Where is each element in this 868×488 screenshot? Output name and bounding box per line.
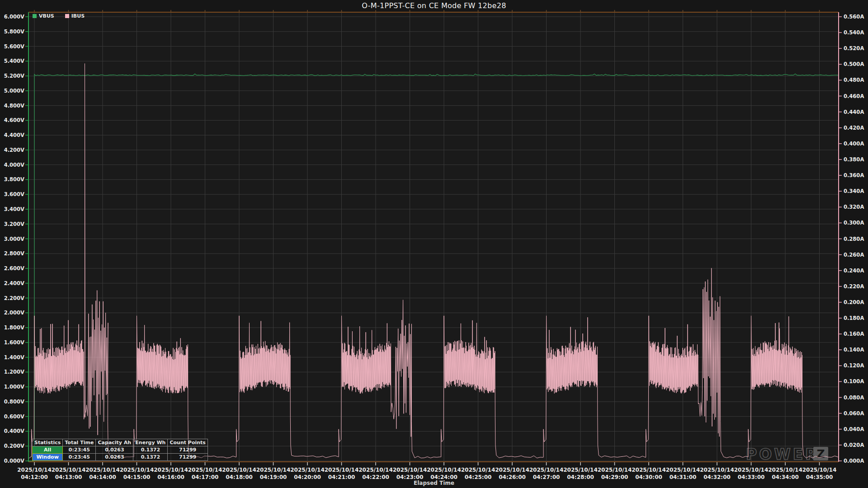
x-tick-time: 04:16:00: [157, 474, 184, 480]
x-tick-time: 04:31:00: [670, 474, 697, 480]
y-left-tick-label: 4.000V: [4, 162, 24, 168]
y-left-tick-label: 4.600V: [4, 117, 24, 123]
y-left-tick-label: 5.000V: [4, 88, 24, 94]
y-left-tick-label: 5.400V: [4, 58, 24, 64]
x-tick-time: 04:20:00: [294, 474, 321, 480]
y-right-tick-label: 0.520A: [844, 45, 864, 52]
y-right-tick-label: 0.100A: [844, 378, 864, 385]
watermark-z: Z: [816, 447, 825, 460]
x-tick-time: 04:17:00: [192, 474, 219, 480]
x-tick-date: 2025/10/14: [427, 467, 461, 473]
x-tick-date: 2025/10/14: [666, 467, 700, 473]
y-right-tick-label: 0.480A: [844, 77, 864, 83]
stats-header-total-time: Total Time: [63, 439, 96, 446]
x-tick-time: 04:34:00: [772, 474, 799, 480]
x-tick-date: 2025/10/14: [700, 467, 734, 473]
y-left-tick-label: 5.600V: [4, 43, 24, 50]
y-right-tick-label: 0.240A: [844, 267, 864, 274]
x-tick-date: 2025/10/14: [632, 467, 666, 473]
y-right-tick-label: 0.380A: [844, 156, 864, 163]
x-tick-time: 04:33:00: [738, 474, 765, 480]
y-right-tick-label: 0.360A: [844, 172, 864, 178]
right-axis-ticks: 0.560A0.540A0.520A0.500A0.480A0.460A0.44…: [839, 14, 864, 464]
stats-header-capacity: Capacity Ah: [96, 439, 133, 446]
x-tick-date: 2025/10/14: [154, 467, 188, 473]
x-tick-time: 04:32:00: [703, 474, 731, 480]
vbus-legend-label: VBUS: [39, 13, 54, 19]
chart-canvas[interactable]: POWER-Z6.000V5.800V5.600V5.400V5.200V5.0…: [0, 0, 868, 488]
x-tick-date: 2025/10/14: [17, 467, 52, 473]
x-tick-time: 04:12:00: [21, 474, 48, 480]
stats-all-capacity: 0.0263: [96, 446, 133, 454]
y-left-tick-label: 2.000V: [4, 310, 24, 316]
x-tick-time: 04:13:00: [55, 474, 82, 480]
y-right-tick-label: 0.140A: [844, 347, 864, 353]
x-tick-time: 04:35:00: [806, 474, 833, 480]
y-right-tick-label: 0.020A: [844, 442, 864, 448]
y-right-tick-label: 0.060A: [844, 410, 864, 417]
y-left-tick-label: 2.600V: [4, 265, 24, 272]
y-right-tick-label: 0.400A: [844, 141, 864, 147]
stats-window-count: 71299: [168, 454, 208, 461]
x-tick-date: 2025/10/14: [768, 467, 802, 473]
x-tick-time: 04:24:00: [430, 474, 458, 480]
x-tick-date: 2025/10/14: [256, 467, 291, 473]
y-left-tick-label: 4.200V: [4, 147, 24, 153]
y-right-tick-label: 0.540A: [844, 29, 864, 36]
stats-row-all: All 0:23:45 0.0263 0.1372 71299: [33, 446, 208, 454]
y-right-tick-label: 0.120A: [844, 362, 864, 369]
x-tick-date: 2025/10/14: [52, 467, 86, 473]
y-left-tick-label: 0.200V: [4, 443, 24, 449]
y-left-tick-label: 3.000V: [4, 236, 24, 242]
power-z-chart-window: O-M-1PPST-CE on CE Mode FW 12be28 POWER-…: [0, 0, 868, 488]
y-left-tick-label: 0.400V: [4, 428, 24, 434]
stats-header-energy: Energy Wh: [133, 439, 168, 446]
y-left-tick-label: 1.200V: [4, 369, 24, 375]
y-right-tick-label: 0.460A: [844, 93, 864, 99]
x-tick-time: 04:18:00: [226, 474, 253, 480]
x-tick-time: 04:14:00: [89, 474, 116, 480]
stats-all-label[interactable]: All: [33, 446, 63, 454]
statistics-table: Statistics Total Time Capacity Ah Energy…: [32, 439, 208, 461]
y-right-tick-label: 0.320A: [844, 204, 864, 210]
x-tick-date: 2025/10/14: [359, 467, 393, 473]
y-left-tick-label: 3.200V: [4, 221, 24, 227]
legend-item-ibus[interactable]: IBUS: [65, 13, 85, 19]
chart-legend: VBUS IBUS: [33, 13, 85, 19]
y-left-tick-label: 2.800V: [4, 250, 24, 257]
y-right-tick-label: 0.000A: [844, 458, 864, 464]
x-tick-time: 04:28:00: [567, 474, 594, 480]
ibus-swatch-icon: [65, 14, 69, 18]
y-right-tick-label: 0.420A: [844, 125, 864, 131]
y-left-tick-label: 3.800V: [4, 176, 24, 183]
x-tick-time: 04:26:00: [499, 474, 526, 480]
stats-window-label[interactable]: Window: [33, 454, 63, 461]
vbus-swatch-icon: [33, 14, 37, 18]
x-tick-date: 2025/10/14: [529, 467, 564, 473]
stats-header-statistics: Statistics: [33, 439, 63, 446]
x-tick-date: 2025/10/14: [598, 467, 632, 473]
x-tick-date: 2025/10/14: [802, 467, 837, 473]
y-left-tick-label: 5.800V: [4, 28, 24, 35]
x-tick-time: 04:19:00: [260, 474, 287, 480]
x-tick-date: 2025/10/14: [222, 467, 256, 473]
y-right-tick-label: 0.300A: [844, 220, 864, 226]
y-left-tick-label: 0.800V: [4, 399, 24, 405]
y-right-tick-label: 0.440A: [844, 109, 864, 115]
x-tick-date: 2025/10/14: [120, 467, 154, 473]
y-right-tick-label: 0.560A: [844, 14, 864, 20]
x-tick-time: 04:15:00: [123, 474, 151, 480]
x-tick-time: 04:27:00: [533, 474, 560, 480]
stats-all-total-time: 0:23:45: [63, 446, 96, 454]
y-left-tick-label: 1.400V: [4, 354, 24, 361]
x-tick-time: 04:22:00: [362, 474, 389, 480]
x-tick-date: 2025/10/14: [734, 467, 769, 473]
ibus-legend-label: IBUS: [71, 13, 85, 19]
stats-all-energy: 0.1372: [133, 446, 168, 454]
y-left-tick-label: 1.600V: [4, 339, 24, 346]
y-right-tick-label: 0.280A: [844, 236, 864, 242]
y-left-tick-label: 5.200V: [4, 73, 24, 79]
y-left-tick-label: 0.000V: [4, 458, 24, 464]
legend-item-vbus[interactable]: VBUS: [33, 13, 54, 19]
power-z-watermark: POWER-Z: [746, 446, 828, 463]
